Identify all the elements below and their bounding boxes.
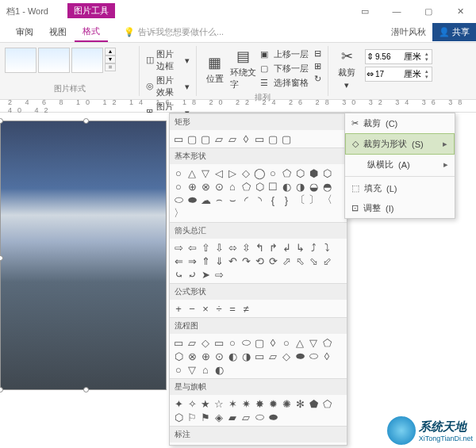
shape-option[interactable]: ☁ — [213, 445, 225, 448]
shape-option[interactable]: + — [172, 302, 185, 315]
shape-option[interactable]: ⊕ — [186, 180, 198, 193]
shape-option[interactable]: ⊗ — [186, 350, 198, 362]
style-thumb[interactable] — [5, 48, 36, 73]
shape-option[interactable]: ⌢ — [213, 193, 225, 206]
shape-option[interactable]: ⬭ — [253, 411, 266, 423]
shape-option[interactable]: ◐ — [213, 363, 225, 376]
rotate-button[interactable]: ↻ — [313, 73, 323, 85]
shape-option[interactable]: ▢ — [199, 132, 212, 145]
shape-option[interactable]: ↳ — [294, 241, 306, 254]
shape-option[interactable]: ○ — [253, 445, 266, 448]
shape-option[interactable]: ◜ — [240, 193, 252, 206]
shape-option[interactable]: ▭ — [253, 132, 266, 145]
shape-option[interactable]: ⬬ — [294, 350, 306, 362]
shape-option[interactable]: ⊕ — [199, 350, 212, 362]
shape-option[interactable]: ✺ — [280, 397, 293, 410]
shape-option[interactable]: ○ — [294, 445, 306, 448]
shape-option[interactable]: ▭ — [307, 445, 320, 448]
shape-option[interactable]: = — [226, 302, 239, 315]
shape-option[interactable]: ⚑ — [199, 411, 212, 423]
position-button[interactable]: ▦位置 — [202, 48, 228, 90]
selection-pane-button[interactable]: ☰选择窗格 — [259, 76, 311, 90]
shape-option[interactable]: ▷ — [226, 167, 239, 179]
crop-menu-aspect[interactable]: 纵横比(A) ▸ — [345, 155, 455, 174]
shape-option[interactable]: ○ — [172, 180, 185, 193]
shape-option[interactable]: ⇧ — [199, 241, 212, 254]
shape-option[interactable]: ➤ — [199, 268, 212, 281]
share-button[interactable]: 👤 共享 — [432, 23, 476, 41]
shape-option[interactable]: ☐ — [267, 180, 279, 193]
shape-option[interactable]: ⇨ — [172, 241, 185, 254]
shape-option[interactable]: ✦ — [172, 397, 185, 410]
shape-option[interactable]: ◁ — [213, 167, 225, 179]
shape-option[interactable]: ★ — [199, 397, 212, 410]
shape-option[interactable]: ✹ — [267, 397, 279, 410]
shape-option[interactable]: ◊ — [321, 350, 333, 362]
minimize-button[interactable]: — — [381, 0, 413, 22]
shape-option[interactable]: ⬭ — [172, 193, 185, 206]
shape-option[interactable]: ◝ — [253, 193, 266, 206]
picture-border-button[interactable]: ◫图片边框▾ — [144, 48, 191, 73]
shape-option[interactable]: ⬠ — [321, 336, 333, 349]
shape-option[interactable]: ⊙ — [213, 350, 225, 362]
shape-option[interactable]: ⬬ — [186, 193, 198, 206]
shape-option[interactable]: ▭ — [267, 445, 279, 448]
shape-option[interactable]: ☁ — [199, 193, 212, 206]
shape-option[interactable]: ◑ — [240, 350, 252, 362]
send-backward-button[interactable]: ▢下移一层 — [259, 62, 311, 75]
shape-option[interactable]: } — [280, 193, 293, 206]
shape-option[interactable]: ▱ — [213, 132, 225, 145]
shape-option[interactable]: ⤵ — [321, 241, 333, 254]
shape-option[interactable]: ○ — [172, 363, 185, 376]
shape-option[interactable]: ⇨ — [213, 268, 225, 281]
gallery-up-icon[interactable]: ▴ — [105, 48, 116, 56]
shape-option[interactable]: ▭ — [253, 350, 266, 362]
shape-option[interactable]: ⬃ — [321, 255, 333, 267]
resize-handle[interactable] — [83, 387, 89, 392]
shape-option[interactable]: ◊ — [267, 336, 279, 349]
shape-option[interactable]: ↷ — [240, 255, 252, 267]
width-field[interactable]: ⇔ 厘米 ▴▾ — [365, 67, 432, 82]
shape-option[interactable]: ▢ — [253, 336, 266, 349]
shape-option[interactable]: ⬟ — [307, 397, 320, 410]
spin-down-icon[interactable]: ▾ — [423, 75, 431, 80]
shape-option[interactable]: ○ — [226, 336, 239, 349]
shape-option[interactable]: ◒ — [307, 180, 320, 193]
gallery-more-icon[interactable]: = — [105, 63, 116, 71]
user-name[interactable]: 潜叶风秋 — [385, 26, 432, 38]
tab-view[interactable]: 视图 — [41, 23, 75, 41]
crop-menu-fit[interactable]: ⊡ 调整(I) — [345, 198, 455, 218]
shape-option[interactable]: ✧ — [186, 397, 198, 410]
close-button[interactable]: ✕ — [444, 0, 476, 22]
shape-option[interactable]: − — [186, 302, 198, 315]
shape-option[interactable]: ⤿ — [172, 268, 185, 281]
shape-option[interactable]: ⊗ — [199, 180, 212, 193]
shape-option[interactable]: ○ — [267, 167, 279, 179]
shape-option[interactable]: ◐ — [280, 180, 293, 193]
shape-option[interactable]: ✸ — [253, 397, 266, 410]
shape-option[interactable]: ⇦ — [186, 241, 198, 254]
style-thumb[interactable] — [38, 48, 70, 73]
resize-handle[interactable] — [83, 118, 89, 124]
shape-option[interactable]: ▢ — [321, 445, 333, 448]
shape-option[interactable]: ⬡ — [321, 167, 333, 179]
shape-option[interactable]: ▢ — [240, 445, 252, 448]
resize-handle[interactable] — [0, 387, 3, 392]
shape-option[interactable]: ▽ — [186, 363, 198, 376]
shape-option[interactable]: 〉 — [172, 207, 185, 220]
align-button[interactable]: ⊟ — [313, 48, 323, 59]
shape-option[interactable]: △ — [186, 167, 198, 179]
shape-option[interactable]: ◇ — [280, 350, 293, 362]
shape-option[interactable]: ◓ — [321, 180, 333, 193]
shape-option[interactable]: ◯ — [253, 167, 266, 179]
shape-option[interactable]: ▢ — [280, 132, 293, 145]
shape-option[interactable]: ↶ — [226, 255, 239, 267]
shape-option[interactable]: ⬠ — [280, 167, 293, 179]
group-button[interactable]: ⊞ — [313, 60, 323, 72]
shape-option[interactable]: ▰ — [226, 411, 239, 423]
shape-option[interactable]: ⤴ — [307, 241, 320, 254]
shape-option[interactable]: ○ — [199, 445, 212, 448]
shape-option[interactable]: ⬡ — [172, 350, 185, 362]
shape-option[interactable]: ✷ — [240, 397, 252, 410]
height-input[interactable] — [375, 52, 402, 61]
